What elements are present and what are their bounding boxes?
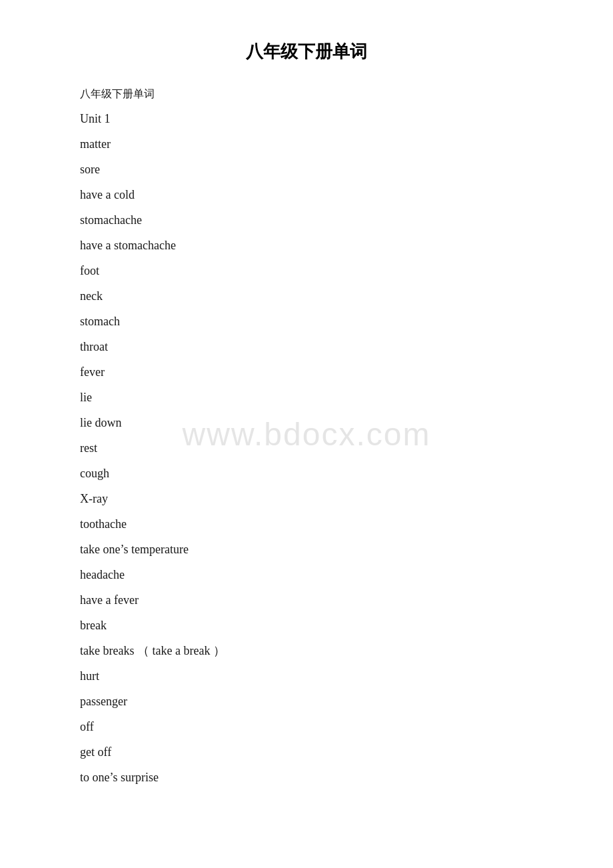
list-item: stomach (80, 309, 533, 334)
list-item: get off (80, 739, 533, 765)
list-item: throat (80, 334, 533, 359)
list-item: lie down (80, 410, 533, 435)
list-item: cough (80, 461, 533, 486)
list-item: neck (80, 283, 533, 309)
list-item: lie (80, 385, 533, 410)
list-item: hurt (80, 663, 533, 689)
list-item: toothache (80, 511, 533, 537)
list-item: have a cold (80, 182, 533, 207)
list-item: to one’s surprise (80, 765, 533, 790)
list-item: rest (80, 435, 533, 461)
list-item: break (80, 613, 533, 638)
list-item: stomachache (80, 207, 533, 233)
list-item: take breaks （ take a break ） (80, 638, 533, 663)
list-item: matter (80, 131, 533, 157)
list-item: Unit 1 (80, 106, 533, 131)
list-item: fever (80, 359, 533, 385)
list-item: sore (80, 157, 533, 182)
list-item: have a stomachache (80, 233, 533, 258)
list-item: passenger (80, 689, 533, 714)
list-item: have a fever (80, 587, 533, 613)
page-title: 八年级下册单词 (80, 40, 533, 63)
page-container: 八年级下册单词 www.bdocx.com 八年级下册单词Unit 1matte… (0, 0, 613, 868)
list-item: headache (80, 562, 533, 587)
list-item: take one’s temperature (80, 537, 533, 562)
list-item: 八年级下册单词 (80, 82, 533, 106)
list-item: X-ray (80, 486, 533, 511)
list-item: off (80, 714, 533, 739)
word-list: 八年级下册单词Unit 1mattersorehave a coldstomac… (80, 82, 533, 790)
list-item: foot (80, 258, 533, 283)
